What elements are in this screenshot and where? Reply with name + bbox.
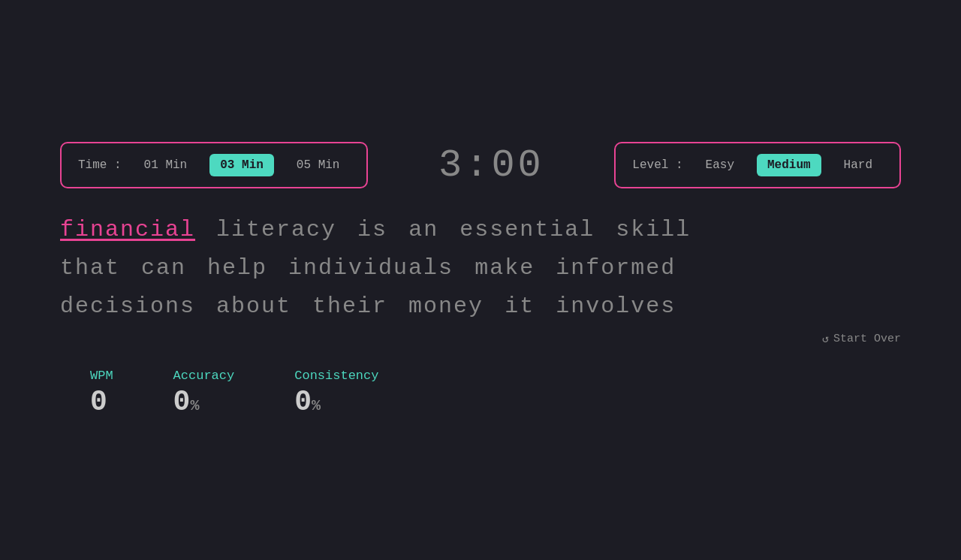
typing-word: individuals — [288, 255, 453, 281]
start-over-label: Start Over — [833, 333, 901, 345]
time-option-3min[interactable]: 03 Min — [209, 154, 274, 176]
typing-text: financial literacy is an essential skill… — [60, 211, 901, 326]
consistency-stat: Consistency 0% — [294, 369, 378, 418]
typing-word: about — [216, 294, 291, 319]
time-option-5min[interactable]: 05 Min — [286, 154, 351, 176]
accuracy-unit: % — [190, 397, 199, 414]
typing-word: money — [408, 294, 484, 319]
typing-word: financial — [60, 217, 195, 242]
time-selector-box: Time : 01 Min 03 Min 05 Min — [60, 142, 368, 188]
level-selector-box: Level : Easy Medium Hard — [614, 142, 901, 188]
refresh-icon: ↺ — [822, 332, 829, 346]
level-option-hard[interactable]: Hard — [833, 154, 883, 176]
level-option-easy[interactable]: Easy — [695, 154, 745, 176]
typing-word: their — [312, 294, 387, 319]
accuracy-stat: Accuracy 0% — [173, 369, 235, 418]
typing-word: skill — [616, 217, 691, 242]
start-over-row: ↺ Start Over — [60, 332, 901, 346]
accuracy-value: 0% — [173, 386, 200, 418]
typing-word: is — [357, 217, 387, 242]
typing-word: literacy — [216, 217, 336, 242]
consistency-value: 0% — [294, 386, 321, 418]
accuracy-label: Accuracy — [173, 369, 235, 383]
level-label: Level : — [632, 158, 682, 172]
consistency-unit: % — [312, 397, 321, 414]
controls-row: Time : 01 Min 03 Min 05 Min 3:00 Level :… — [60, 142, 901, 188]
start-over-button[interactable]: ↺ Start Over — [822, 332, 901, 346]
time-label: Time : — [78, 158, 122, 172]
consistency-label: Consistency — [294, 369, 378, 383]
typing-word: that — [60, 255, 120, 281]
typing-word: decisions — [60, 294, 195, 319]
wpm-value: 0 — [90, 386, 107, 418]
timer-display: 3:00 — [438, 143, 544, 188]
typing-word: make — [474, 255, 535, 281]
wpm-label: WPM — [90, 369, 113, 383]
typing-word: can — [141, 255, 186, 281]
main-container: Time : 01 Min 03 Min 05 Min 3:00 Level :… — [30, 142, 931, 418]
time-option-1min[interactable]: 01 Min — [134, 154, 198, 176]
typing-word: essential — [459, 217, 595, 242]
typing-word: an — [408, 217, 438, 242]
typing-word: it — [505, 294, 535, 319]
typing-word: informed — [556, 255, 676, 281]
typing-word: help — [207, 255, 267, 281]
level-option-medium[interactable]: Medium — [757, 154, 821, 176]
wpm-stat: WPM 0 — [90, 369, 113, 418]
stats-row: WPM 0 Accuracy 0% Consistency 0% — [60, 369, 901, 418]
typing-word: involves — [556, 294, 676, 319]
typing-area: financial literacy is an essential skill… — [60, 211, 901, 326]
